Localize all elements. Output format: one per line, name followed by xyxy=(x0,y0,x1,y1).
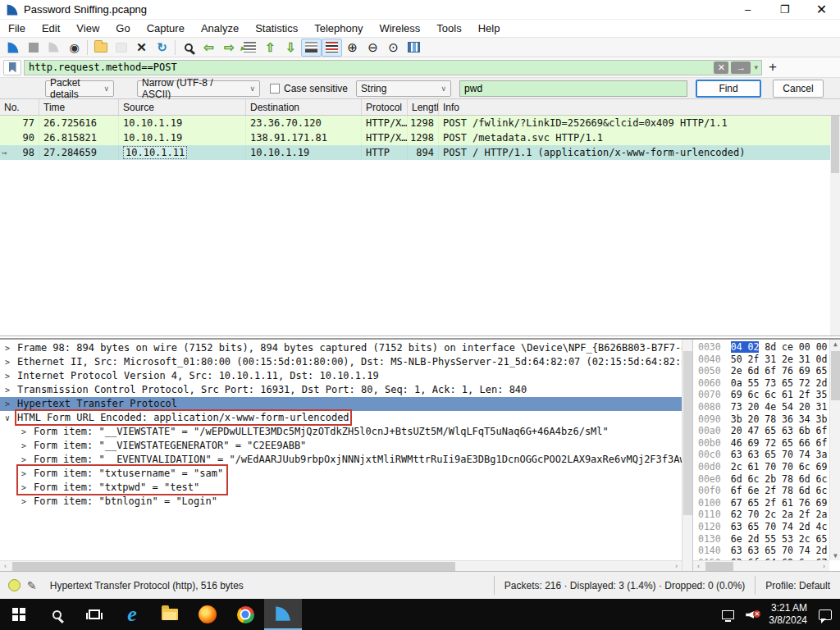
expander-icon[interactable]: > xyxy=(5,383,17,397)
hex-row[interactable]: 00d02c 61 70 70 6c 69 xyxy=(698,461,840,473)
hex-row[interactable]: 00f06f 6e 2f 78 6d 6c xyxy=(698,485,840,497)
menu-file[interactable]: File xyxy=(0,21,34,36)
stop-capture-icon[interactable] xyxy=(23,39,43,57)
goto-packet-icon[interactable]: ▸ xyxy=(240,39,260,57)
open-file-icon[interactable] xyxy=(90,39,111,57)
zoom-out-icon[interactable]: ⊖ xyxy=(363,39,383,57)
hex-row[interactable]: 007069 6c 6c 61 2f 35 xyxy=(698,389,840,401)
details-vertical-scrollbar[interactable] xyxy=(682,340,692,571)
detail-line[interactable]: >Form item: "__VIEWSTATE" = "/wEPDwULLTE… xyxy=(0,425,682,439)
case-sensitive-checkbox[interactable] xyxy=(270,84,280,94)
menu-statistics[interactable]: Statistics xyxy=(247,21,306,36)
detail-line[interactable]: >Ethernet II, Src: Microsoft_01:80:00 (0… xyxy=(0,355,682,369)
menu-edit[interactable]: Edit xyxy=(34,21,68,36)
expander-icon[interactable]: > xyxy=(21,495,34,509)
hex-row[interactable]: 01306e 2d 55 53 2c 65 xyxy=(698,533,840,546)
volume-muted-icon[interactable]: ✕ xyxy=(746,609,757,619)
packet-list-scrollbar[interactable] xyxy=(830,116,840,336)
expander-icon[interactable]: > xyxy=(21,467,34,481)
action-center-icon[interactable] xyxy=(819,609,832,620)
hex-row[interactable]: 011062 70 2c 2a 2f 2a xyxy=(698,509,840,521)
detail-line[interactable]: >Transmission Control Protocol, Src Port… xyxy=(0,383,682,397)
find-type-select[interactable]: String∨ xyxy=(356,80,451,97)
next-packet-icon[interactable]: ⇩ xyxy=(281,39,301,57)
expander-icon[interactable]: > xyxy=(5,369,17,383)
column-time[interactable]: Time xyxy=(39,99,119,115)
network-icon[interactable] xyxy=(722,610,734,619)
detail-line[interactable]: >Form item: "txtusername" = "sam" xyxy=(0,467,682,481)
find-button[interactable]: Find xyxy=(696,80,761,98)
column-source[interactable]: Source xyxy=(119,99,246,115)
taskbar-search-icon[interactable] xyxy=(38,599,75,630)
expander-icon[interactable]: > xyxy=(21,453,34,467)
filter-apply-icon[interactable]: → xyxy=(731,62,751,74)
hex-row[interactable]: 00b046 69 72 65 66 6f xyxy=(698,437,840,450)
file-explorer-icon[interactable] xyxy=(151,599,189,630)
wireshark-taskbar-icon[interactable] xyxy=(264,599,302,630)
hex-row[interactable]: 004050 2f 31 2e 31 0d xyxy=(698,354,840,366)
task-view-icon[interactable] xyxy=(75,599,113,630)
menu-help[interactable]: Help xyxy=(470,21,509,36)
expert-info-icon[interactable] xyxy=(8,579,21,591)
hex-row[interactable]: 012063 65 70 74 2d 4c xyxy=(698,521,840,533)
column-destination[interactable]: Destination xyxy=(246,99,362,115)
expander-icon[interactable]: > xyxy=(21,425,34,439)
detail-line[interactable]: >Frame 98: 894 bytes on wire (7152 bits)… xyxy=(0,341,682,355)
previous-packet-icon[interactable]: ⇧ xyxy=(260,39,281,57)
hex-row[interactable]: 008073 20 4e 54 20 31 xyxy=(698,401,840,413)
filter-bookmark-icon[interactable] xyxy=(3,60,21,75)
start-button[interactable] xyxy=(0,599,38,630)
hex-row[interactable]: 00600a 55 73 65 72 2d xyxy=(698,377,840,390)
close-button[interactable]: ✕ xyxy=(803,0,840,19)
hex-horizontal-scrollbar[interactable]: ‹› xyxy=(693,560,829,571)
hex-row[interactable]: 00c063 63 65 70 74 3a xyxy=(698,449,840,461)
capture-options-icon[interactable]: ◉ xyxy=(64,39,84,57)
filter-clear-icon[interactable]: ✕ xyxy=(714,62,728,74)
menu-capture[interactable]: Capture xyxy=(139,21,193,36)
detail-line[interactable]: >Hypertext Transfer Protocol xyxy=(0,397,682,411)
detail-line[interactable]: >Internet Protocol Version 4, Src: 10.10… xyxy=(0,369,682,383)
menu-wireless[interactable]: Wireless xyxy=(371,21,428,36)
expander-icon[interactable]: > xyxy=(21,481,34,495)
forward-icon[interactable]: ⇨ xyxy=(219,39,240,57)
filter-history-caret-icon[interactable]: ▾ xyxy=(754,63,758,71)
expander-icon[interactable]: > xyxy=(5,341,17,355)
hex-row[interactable]: 00502e 6d 6f 76 69 65 xyxy=(698,365,840,377)
detail-line[interactable]: >Form item: "__VIEWSTATEGENERATOR" = "C2… xyxy=(0,439,682,453)
menu-tools[interactable]: Tools xyxy=(428,21,469,36)
hex-vertical-scrollbar[interactable]: ▲▼ xyxy=(829,340,840,560)
menu-go[interactable]: Go xyxy=(107,21,138,36)
filter-add-button[interactable]: + xyxy=(769,59,777,75)
menu-analyze[interactable]: Analyze xyxy=(193,21,247,36)
colorize-icon[interactable] xyxy=(322,39,342,57)
taskbar-clock[interactable]: 3:21 AM 3/8/2024 xyxy=(769,602,807,627)
find-input[interactable] xyxy=(459,80,687,97)
hex-row[interactable]: 00e06d 6c 2b 78 6d 6c xyxy=(698,473,840,486)
column-info[interactable]: Info xyxy=(439,99,840,115)
restore-button[interactable]: ❐ xyxy=(766,0,803,19)
internet-explorer-icon[interactable]: e xyxy=(113,599,151,630)
hex-row[interactable]: 00a020 47 65 63 6b 6f xyxy=(698,425,840,437)
details-horizontal-scrollbar[interactable]: ‹› xyxy=(0,560,682,571)
profile-label[interactable]: Profile: Default xyxy=(755,576,840,595)
menu-view[interactable]: View xyxy=(68,21,107,36)
column-no[interactable]: No. xyxy=(0,99,39,115)
close-file-icon[interactable]: ✕ xyxy=(131,39,152,57)
capture-comment-icon[interactable]: ✎ xyxy=(27,579,37,592)
reload-file-icon[interactable]: ↻ xyxy=(152,39,172,57)
expander-icon[interactable]: > xyxy=(21,439,34,453)
hex-row[interactable]: 00903b 20 78 36 34 3b xyxy=(698,413,840,426)
packet-row[interactable]: 90 26.815821 10.10.1.19 138.91.171.81 HT… xyxy=(0,130,840,145)
hex-row[interactable]: 010067 65 2f 61 76 69 xyxy=(698,497,840,509)
column-protocol[interactable]: Protocol xyxy=(362,99,408,115)
zoom-in-icon[interactable]: ⊕ xyxy=(342,39,363,57)
detail-line[interactable]: >Form item: "txtpwd" = "test" xyxy=(0,481,682,495)
hex-row[interactable]: 003004 028d ce 00 00 xyxy=(698,341,840,354)
display-filter-input[interactable] xyxy=(25,61,714,75)
expander-icon[interactable]: > xyxy=(5,397,17,411)
detail-line[interactable]: >Form item: "__EVENTVALIDATION" = "/wEdA… xyxy=(0,453,682,467)
detail-line[interactable]: >Form item: "btnlogin" = "Login" xyxy=(0,495,682,509)
column-length[interactable]: Length xyxy=(408,99,439,115)
chrome-icon[interactable] xyxy=(226,599,264,630)
find-charset-select[interactable]: Narrow (UTF-8 / ASCII)∨ xyxy=(137,80,260,97)
